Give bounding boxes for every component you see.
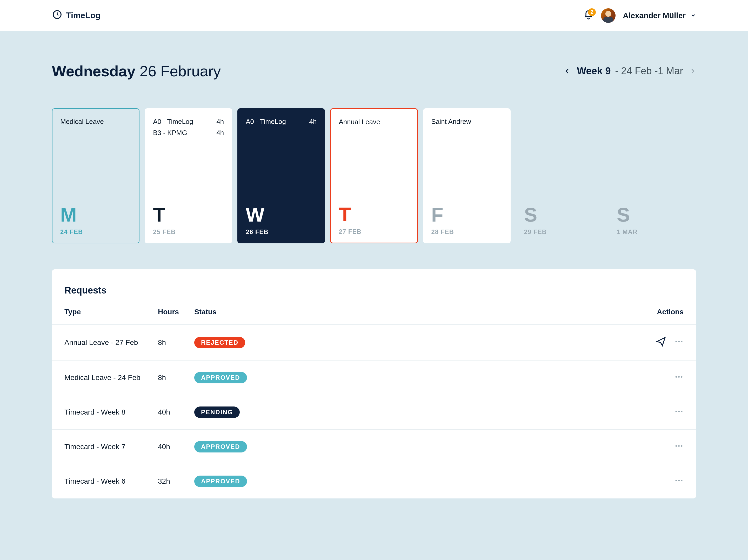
- day-entry: Saint Andrew: [431, 118, 502, 126]
- requests-body: Annual Leave - 27 Feb8hREJECTEDMedical L…: [52, 324, 696, 498]
- day-date: 24 FEB: [60, 228, 131, 236]
- day-letter: T: [153, 205, 224, 225]
- request-actions: [632, 441, 684, 452]
- brand-name: TimeLog: [66, 10, 100, 20]
- day-letter: F: [431, 205, 502, 225]
- day-entry: Annual Leave: [339, 118, 409, 126]
- request-hours: 8h: [158, 374, 194, 382]
- request-status-cell: APPROVED: [194, 441, 632, 452]
- user-menu[interactable]: Alexander Müller: [623, 11, 696, 20]
- status-pill: APPROVED: [194, 441, 247, 452]
- day-date: 28 FEB: [431, 228, 502, 236]
- week-label: Week 9: [577, 66, 611, 76]
- entry-label: Saint Andrew: [431, 118, 471, 126]
- col-hours: Hours: [158, 308, 194, 316]
- entry-hours: 4h: [309, 118, 317, 126]
- day-entries: Annual Leave: [339, 118, 409, 134]
- more-icon[interactable]: [674, 337, 684, 348]
- request-status-cell: APPROVED: [194, 372, 632, 383]
- chevron-down-icon: [690, 11, 696, 20]
- request-actions: [632, 372, 684, 383]
- day-footer: F28 FEB: [431, 205, 502, 236]
- page-title: Wednesday 26 February: [52, 62, 221, 80]
- avatar[interactable]: [601, 8, 615, 23]
- svg-point-8: [681, 376, 682, 378]
- day-card[interactable]: S29 FEB: [516, 108, 603, 243]
- request-type: Timecard - Week 8: [64, 408, 158, 416]
- day-entry: A0 - TimeLog4h: [246, 118, 317, 126]
- day-entries: A0 - TimeLog4h: [246, 118, 317, 133]
- day-date: 25 FEB: [153, 228, 224, 236]
- day-entries: A0 - TimeLog4hB3 - KPMG4h: [153, 118, 224, 137]
- day-entry: B3 - KPMG4h: [153, 129, 224, 137]
- day-letter: S: [617, 205, 688, 225]
- prev-week-button[interactable]: [564, 68, 570, 74]
- svg-point-3: [676, 341, 677, 342]
- svg-point-5: [681, 341, 682, 342]
- request-status-cell: PENDING: [194, 406, 632, 418]
- svg-point-1: [605, 10, 611, 16]
- request-status-cell: APPROVED: [194, 475, 632, 487]
- status-pill: PENDING: [194, 406, 240, 418]
- day-footer: W26 FEB: [246, 205, 317, 236]
- col-actions: Actions: [632, 308, 684, 316]
- more-icon[interactable]: [674, 441, 684, 452]
- day-card[interactable]: Saint AndrewF28 FEB: [423, 108, 511, 243]
- request-row: Timecard - Week 632hAPPROVED: [52, 464, 696, 498]
- entry-label: Medical Leave: [60, 118, 104, 126]
- svg-point-17: [681, 480, 682, 481]
- topbar-right: 2 Alexander Müller: [583, 8, 696, 23]
- day-entries: Saint Andrew: [431, 118, 502, 133]
- day-entries: [617, 118, 688, 133]
- request-hours: 40h: [158, 408, 194, 416]
- requests-panel: Requests Type Hours Status Actions Annua…: [52, 270, 696, 498]
- requests-columns: Type Hours Status Actions: [64, 308, 684, 316]
- title-date: 26 February: [139, 63, 221, 79]
- svg-point-9: [676, 411, 677, 412]
- day-date: 26 FEB: [246, 228, 317, 236]
- day-letter: W: [246, 205, 317, 225]
- svg-point-4: [678, 341, 680, 342]
- entry-hours: 4h: [216, 129, 224, 137]
- more-icon[interactable]: [674, 372, 684, 383]
- day-card[interactable]: Annual LeaveT27 FEB: [330, 108, 418, 243]
- notifications-button[interactable]: 2: [583, 10, 594, 21]
- day-card[interactable]: A0 - TimeLog4hB3 - KPMG4hT25 FEB: [145, 108, 232, 243]
- svg-point-15: [676, 480, 677, 481]
- day-card[interactable]: S1 MAR: [609, 108, 696, 243]
- col-status: Status: [194, 308, 632, 316]
- entry-label: B3 - KPMG: [153, 129, 187, 137]
- request-hours: 32h: [158, 477, 194, 486]
- requests-title: Requests: [64, 285, 684, 296]
- col-type: Type: [64, 308, 158, 316]
- request-row: Annual Leave - 27 Feb8hREJECTED: [52, 324, 696, 360]
- svg-point-12: [676, 445, 677, 447]
- requests-header: Requests Type Hours Status Actions: [52, 270, 696, 324]
- send-icon[interactable]: [656, 336, 667, 349]
- day-footer: S29 FEB: [524, 205, 595, 236]
- entry-hours: 4h: [216, 118, 224, 126]
- svg-point-10: [678, 411, 680, 412]
- next-week-button[interactable]: [689, 68, 696, 74]
- title-row: Wednesday 26 February Week 9 - 24 Feb -1…: [52, 62, 696, 80]
- request-row: Timecard - Week 840hPENDING: [52, 395, 696, 429]
- more-icon[interactable]: [674, 476, 684, 487]
- page-body: Wednesday 26 February Week 9 - 24 Feb -1…: [0, 31, 748, 519]
- svg-point-6: [676, 376, 677, 378]
- day-card[interactable]: Medical LeaveM24 FEB: [52, 108, 139, 243]
- brand-logo[interactable]: TimeLog: [52, 9, 100, 22]
- request-actions: [632, 336, 684, 349]
- more-icon[interactable]: [674, 407, 684, 418]
- request-actions: [632, 407, 684, 418]
- svg-point-13: [678, 445, 680, 447]
- topbar: TimeLog 2 Alexander Müller: [0, 0, 748, 31]
- day-date: 27 FEB: [339, 228, 409, 235]
- day-footer: S1 MAR: [617, 205, 688, 236]
- user-name: Alexander Müller: [623, 11, 686, 20]
- day-entries: [524, 118, 595, 133]
- request-type: Annual Leave - 27 Feb: [64, 339, 158, 347]
- request-status-cell: REJECTED: [194, 337, 632, 348]
- day-card[interactable]: A0 - TimeLog4hW26 FEB: [237, 108, 325, 243]
- request-hours: 8h: [158, 339, 194, 347]
- day-entry: A0 - TimeLog4h: [153, 118, 224, 126]
